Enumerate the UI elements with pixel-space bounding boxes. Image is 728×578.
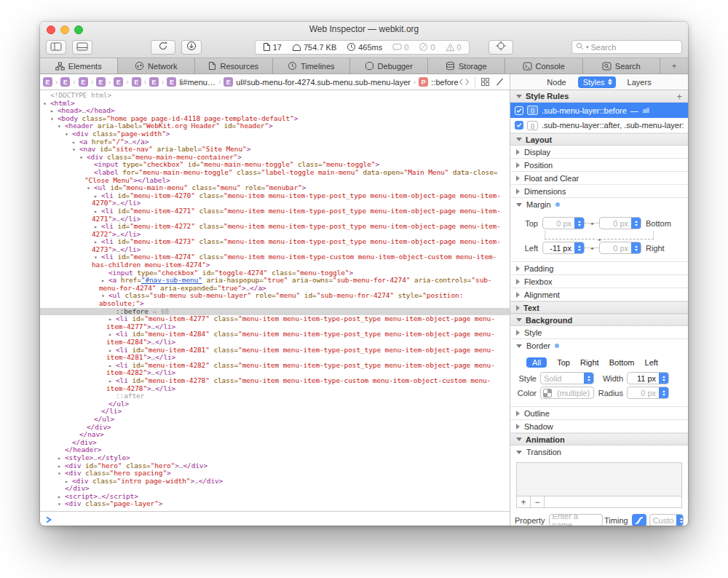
border-style-select[interactable]: Solid — [540, 372, 594, 384]
stepper[interactable] — [659, 373, 668, 384]
color-swatch[interactable] — [543, 389, 552, 397]
remove-transition-button[interactable]: − — [531, 496, 545, 507]
expand-arrow-open-icon[interactable]: ▾ — [72, 146, 79, 154]
titlebar[interactable]: Web Inspector — webkit.org — [40, 22, 688, 36]
row-display[interactable]: Display — [510, 146, 688, 159]
section-text[interactable]: Text — [510, 301, 688, 314]
row-padding[interactable]: Padding — [510, 262, 688, 275]
row-margin[interactable]: Margin — [510, 198, 688, 211]
dom-tree-line[interactable]: </div> — [40, 424, 510, 432]
close-button[interactable] — [47, 25, 55, 34]
tab-debugger[interactable]: Debugger — [350, 58, 428, 74]
section-background[interactable]: Background — [510, 314, 688, 326]
row-style[interactable]: Style — [510, 326, 688, 339]
border-color-field[interactable]: (multiple) — [540, 387, 594, 399]
zoom-button[interactable] — [74, 25, 83, 34]
timing-curve-button[interactable] — [632, 514, 646, 526]
breadcrumb-item-ul-sub-menu-for-4274-sub-menu-sub-menu-layer[interactable]: Eul#sub-menu-for-4274.sub-menu.sub-menu-… — [223, 77, 411, 87]
dom-tree-line[interactable]: ▸<div class="intro page-width">…</div> — [40, 478, 510, 486]
code-brackets-icon[interactable] — [459, 78, 470, 86]
breadcrumb-item[interactable]: E — [79, 77, 88, 87]
breadcrumb-item--before[interactable]: P::before — [419, 77, 458, 87]
pencil-icon[interactable] — [495, 77, 505, 87]
breadcrumb-item[interactable]: E — [43, 77, 52, 87]
stepper[interactable] — [631, 242, 641, 253]
style-rule-row[interactable]: {} .sub-menu-layer::after, .sub-menu-lay… — [510, 118, 688, 133]
tab-search[interactable]: Search — [583, 58, 661, 74]
breadcrumb-item[interactable]: E — [96, 77, 106, 87]
stepper[interactable] — [584, 373, 593, 384]
breadcrumb-item[interactable]: E — [149, 77, 159, 87]
tab-console[interactable]: Console — [505, 58, 583, 74]
stepper[interactable] — [574, 242, 584, 253]
rule-checkbox[interactable] — [515, 121, 523, 130]
tab-network[interactable]: Network — [118, 58, 196, 74]
margin-bottom-field[interactable]: 0 px — [599, 217, 641, 229]
row-border[interactable]: Border — [510, 339, 688, 352]
border-width-field[interactable]: 11 px — [627, 372, 669, 384]
row-shadow[interactable]: Shadow — [510, 420, 688, 433]
dom-tree-line[interactable]: </nav> — [40, 431, 510, 439]
add-transition-button[interactable]: + — [517, 496, 531, 507]
stepper[interactable] — [676, 515, 684, 526]
transition-list-area[interactable] — [517, 463, 681, 496]
row-transition[interactable]: Transition — [510, 446, 688, 459]
add-tab-button[interactable]: + — [660, 58, 688, 74]
breadcrumb-item-li-menu-[interactable]: Eli#menu… — [167, 77, 215, 87]
section-animation[interactable]: Animation — [510, 433, 688, 446]
section-layout[interactable]: Layout — [510, 133, 688, 146]
margin-right-field[interactable]: 0 px — [599, 242, 641, 254]
element-picker-button[interactable] — [488, 40, 513, 55]
tab-node[interactable]: Node — [547, 78, 566, 87]
tab-resources[interactable]: Resources — [195, 58, 273, 74]
segment-left[interactable]: Left — [645, 358, 658, 367]
dock-side-button[interactable] — [46, 40, 66, 55]
expand-arrow-open-icon[interactable]: ▾ — [58, 470, 65, 478]
stepper[interactable] — [574, 218, 584, 229]
expand-arrow-open-icon[interactable]: ▾ — [43, 100, 50, 108]
row-flexbox[interactable]: Flexbox — [510, 275, 688, 288]
dom-tree-line[interactable]: ▾<div class="page-layer"> — [40, 500, 510, 508]
segment-top[interactable]: Top — [557, 358, 570, 367]
breadcrumb-item[interactable]: E — [114, 77, 123, 87]
segment-bottom[interactable]: Bottom — [609, 358, 635, 367]
dom-tree-line[interactable]: absolute;"> — [40, 300, 510, 308]
row-alignment[interactable]: Alignment — [510, 288, 688, 301]
tab-elements[interactable]: Elements — [40, 58, 118, 74]
row-float-clear[interactable]: Float and Clear — [510, 172, 688, 185]
add-rule-button[interactable]: + — [676, 91, 682, 102]
segment-all[interactable]: All — [526, 357, 547, 368]
breadcrumb-item[interactable]: E — [132, 77, 141, 87]
margin-left-field[interactable]: -11 px — [542, 242, 585, 254]
row-dimensions[interactable]: Dimensions — [510, 185, 688, 198]
grid-icon[interactable] — [480, 77, 490, 87]
row-position[interactable]: Position — [510, 159, 688, 172]
download-button[interactable] — [181, 40, 202, 55]
margin-top-field[interactable]: 0 px — [542, 217, 585, 229]
stepper[interactable] — [631, 218, 641, 229]
section-style-rules[interactable]: Style Rules + — [510, 90, 688, 103]
dom-tree-line[interactable]: </div> — [40, 439, 510, 447]
property-field[interactable]: Enter a name. — [549, 514, 604, 526]
toolbar-search-field[interactable]: ▾ Search — [571, 40, 682, 54]
dock-bottom-button[interactable] — [72, 40, 92, 55]
dom-tree-line[interactable]: item-4278">…</li> — [40, 385, 510, 393]
minimize-button[interactable] — [60, 25, 69, 34]
reload-button[interactable] — [151, 40, 175, 55]
tab-storage[interactable]: Storage — [428, 58, 506, 74]
expand-arrow-closed-icon[interactable]: ▸ — [58, 455, 65, 463]
rule-checkbox[interactable] — [515, 106, 523, 115]
expand-arrow-open-icon[interactable]: ▾ — [87, 185, 94, 193]
style-rule-row[interactable]: {} .sub-menu-layer::before — all — [510, 103, 688, 118]
tab-timelines[interactable]: Timelines — [273, 58, 351, 74]
expand-arrow-open-icon[interactable]: ▾ — [79, 154, 87, 162]
row-outline[interactable]: Outline — [510, 407, 688, 420]
expand-arrow-open-icon[interactable]: ▾ — [50, 116, 58, 124]
stepper[interactable] — [659, 387, 668, 398]
expand-arrow-open-icon[interactable]: ▾ — [65, 131, 72, 139]
border-radius-field[interactable]: 0 px — [627, 387, 669, 399]
dom-tree-line[interactable]: <!DOCTYPE html> — [40, 92, 510, 100]
expand-arrow-open-icon[interactable]: ▾ — [58, 123, 65, 131]
quick-console-prompt[interactable] — [40, 511, 510, 526]
breadcrumb-item[interactable]: E — [60, 77, 70, 87]
